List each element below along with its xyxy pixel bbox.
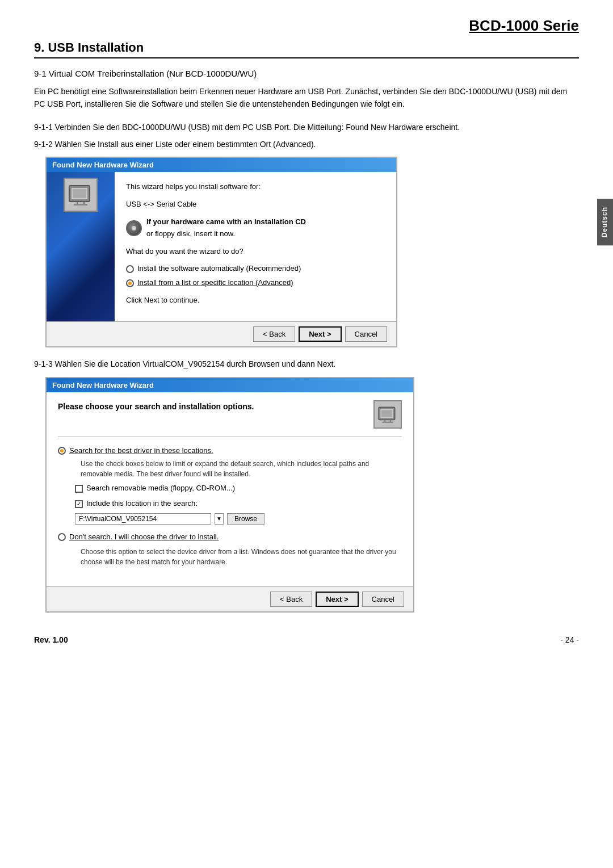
wizard-1-cd-text: If your hardware came with an installati… [146,216,306,240]
wizard-2-check2-row[interactable]: Include this location in the search: [75,498,402,510]
wizard-2-path-row: ▼ Browse [75,513,402,525]
svg-rect-8 [381,410,392,417]
page-footer: Rev. 1.00 - 24 - [34,630,579,644]
subsection-1-label: 9-1 Virtual COM Treiberinstallation [34,69,164,78]
footer-revision: Rev. 1.00 [34,635,68,644]
wizard-1-intro: This wizard helps you install software f… [126,181,385,193]
wizard-1-option2-radio[interactable] [126,279,134,287]
subsection-1-subtitle: (Nur BCD-1000DU/WU) [164,69,257,78]
wizard-2-check1-label: Search removable media (floppy, CD-ROM..… [86,483,235,494]
wizard-2-path-input[interactable] [75,513,211,525]
wizard-1-content: This wizard helps you install software f… [115,172,396,321]
cd-inner [132,226,136,230]
wizard-1-cd-row: If your hardware came with an installati… [126,216,385,240]
step-912: 9-1-2 Wählen Sie Install aus einer Liste… [34,138,579,152]
wizard-2-divider-1: Search for the best driver in these loca… [58,437,402,525]
wizard-2-check1[interactable] [75,485,83,493]
wizard-1-option2-label: Install from a list or specific location… [137,277,293,289]
subsection-1-title: 9-1 Virtual COM Treiberinstallation (Nur… [34,69,579,78]
wizard-2-spacer [58,567,402,578]
wizard-2-nosearch-label: Don't search. I will choose the driver t… [69,531,219,543]
wizard-1-back-button[interactable]: < Back [253,326,295,342]
wizard-2-check2-label: Include this location in the search: [86,498,198,510]
wizard-1-device: USB <-> Serial Cable [126,199,385,211]
wizard-1-titlebar: Found New Hardware Wizard [47,158,396,172]
wizard-2-nosearch-desc: Choose this option to select the device … [81,547,402,567]
section-number: 9. [34,40,44,54]
wizard-2-cancel-button[interactable]: Cancel [362,592,404,607]
section-title: 9. USB Installation [34,40,579,58]
wizard-1-click-next: Click Next to continue. [126,295,385,307]
wizard-1-next-button[interactable]: Next > [299,326,341,342]
wizard-2-nosearch-radio-row[interactable]: Don't search. I will choose the driver t… [58,531,402,543]
wizard-box-2: Found New Hardware Wizard Please choose … [45,377,414,613]
wizard-2-search-desc: Use the check boxes below to limit or ex… [81,459,402,479]
wizard-1-option1-row[interactable]: Install the software automatically (Reco… [126,263,385,275]
sidebar-deutsch-tab: Deutsch [597,199,613,245]
section-label: USB Installation [48,40,144,54]
wizard-2-path-dropdown[interactable]: ▼ [215,513,224,525]
wizard-1-question: What do you want the wizard to do? [126,246,385,258]
wizard-1-cd-normal: or floppy disk, insert it now. [146,229,235,238]
wizard-2-header-row: Please choose your search and installati… [58,400,402,429]
wizard-2-search-radio[interactable] [58,447,66,455]
wizard-2-search-radio-row[interactable]: Search for the best driver in these loca… [58,445,402,457]
footer-page-number: - 24 - [560,635,579,644]
wizard-2-back-button[interactable]: < Back [270,592,312,607]
wizard-2-nosearch-radio[interactable] [58,533,66,541]
product-title: BCD-1000 Serie [34,17,579,35]
wizard-2-titlebar: Found New Hardware Wizard [47,378,413,392]
step-913: 9-1-3 Wählen Sie die Location VirtualCOM… [34,358,579,371]
wizard-1-footer: < Back Next > Cancel [47,321,396,346]
svg-rect-2 [73,189,86,198]
svg-rect-5 [74,204,87,206]
wizard-1-option2-row[interactable]: Install from a list or specific location… [126,277,385,289]
wizard-2-footer: < Back Next > Cancel [47,586,413,611]
wizard-2-browse-button[interactable]: Browse [227,513,264,525]
wizard-box-1: Found New Hardware Wizard This wizard he… [45,157,397,347]
wizard-1-body: This wizard helps you install software f… [47,172,396,321]
wizard-2-search-label: Search for the best driver in these loca… [69,445,213,457]
wizard-1-cancel-button[interactable]: Cancel [345,326,387,342]
wizard-1-image-panel [47,172,115,321]
wizard-1-cd-bold: If your hardware came with an installati… [146,217,306,226]
wizard-2-gear-icon [373,400,402,429]
page-header: BCD-1000 Serie [34,17,579,35]
step-911: 9-1-1 Verbinden Sie den BDC-1000DU/WU (U… [34,121,579,135]
wizard-2-check1-row[interactable]: Search removable media (floppy, CD-ROM..… [75,483,402,494]
wizard-2-check2[interactable] [75,500,83,508]
wizard-2-nosearch-section: Don't search. I will choose the driver t… [58,531,402,567]
intro-paragraph: Ein PC benötigt eine Softwareinstallatio… [34,85,579,111]
wizard-1-option1-radio[interactable] [126,265,134,273]
wizard-1-option1-label: Install the software automatically (Reco… [137,263,301,275]
wizard-1-icon [64,178,98,212]
wizard-2-header-text: Please choose your search and installati… [58,400,254,413]
cd-icon [126,220,142,236]
wizard-2-next-button[interactable]: Next > [316,592,358,607]
wizard-2-body: Please choose your search and installati… [47,392,413,586]
svg-rect-11 [383,421,393,422]
